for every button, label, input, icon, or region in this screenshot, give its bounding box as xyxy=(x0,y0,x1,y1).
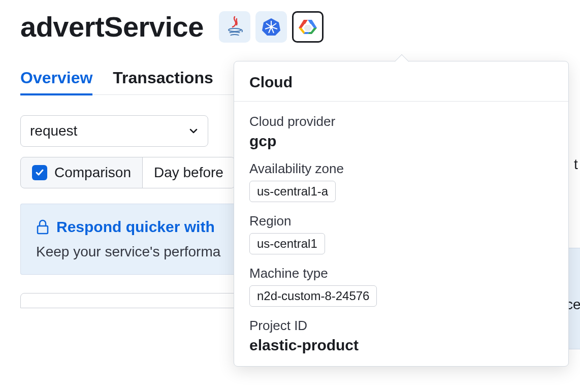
page-title: advertService xyxy=(20,10,204,43)
truncated-text: t xyxy=(574,156,580,173)
java-icon[interactable] xyxy=(219,11,250,43)
check-icon xyxy=(35,168,45,178)
comparison-period-value: Day before xyxy=(154,165,223,181)
project-label: Project ID xyxy=(249,318,553,334)
icon-badges xyxy=(219,11,324,43)
popover-title: Cloud xyxy=(249,74,553,91)
header-row: advertService xyxy=(20,10,560,43)
tab-transactions[interactable]: Transactions xyxy=(113,69,213,94)
gcp-icon[interactable] xyxy=(292,11,324,43)
svg-rect-12 xyxy=(38,226,48,234)
comparison-toggle[interactable]: Comparison xyxy=(21,157,142,188)
comparison-label: Comparison xyxy=(54,165,131,181)
comparison-period-select[interactable]: Day before xyxy=(142,157,235,188)
popover-body: Cloud provider gcp Availability zone us-… xyxy=(234,102,568,366)
machine-label: Machine type xyxy=(249,266,553,281)
az-label: Availability zone xyxy=(249,161,553,177)
lock-icon xyxy=(36,219,49,235)
select-value: request xyxy=(30,123,77,139)
region-chip[interactable]: us-central1 xyxy=(249,233,325,254)
cloud-provider-value: gcp xyxy=(249,133,553,150)
cloud-popover: Cloud Cloud provider gcp Availability zo… xyxy=(234,61,569,367)
field-cloud-provider: Cloud provider gcp xyxy=(249,114,553,150)
comparison-checkbox[interactable] xyxy=(32,165,47,180)
kubernetes-icon[interactable] xyxy=(255,11,287,43)
field-availability-zone: Availability zone us-central1-a xyxy=(249,161,553,202)
cloud-provider-label: Cloud provider xyxy=(249,114,553,129)
field-machine-type: Machine type n2d-custom-8-24576 xyxy=(249,266,553,307)
comparison-control: Comparison Day before xyxy=(20,157,235,188)
machine-chip[interactable]: n2d-custom-8-24576 xyxy=(249,285,377,307)
field-region: Region us-central1 xyxy=(249,213,553,254)
project-value: elastic-product xyxy=(249,337,553,354)
banner-title[interactable]: Respond quicker with xyxy=(56,218,215,236)
region-label: Region xyxy=(249,213,553,229)
request-select[interactable]: request xyxy=(20,115,208,147)
tab-overview[interactable]: Overview xyxy=(20,69,92,94)
az-chip[interactable]: us-central1-a xyxy=(249,181,336,202)
field-project-id: Project ID elastic-product xyxy=(249,318,553,354)
chevron-down-icon xyxy=(188,126,199,136)
